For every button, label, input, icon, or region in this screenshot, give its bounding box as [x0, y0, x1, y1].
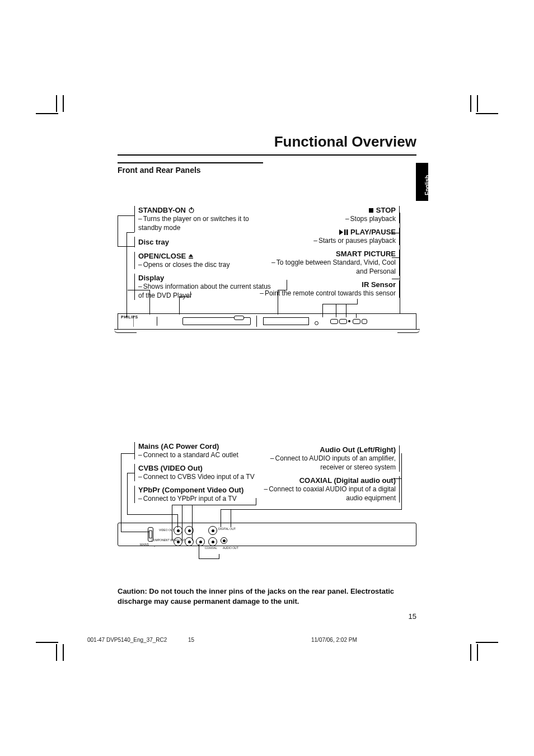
callout-stop: STOP –Stops playback — [260, 206, 400, 223]
ypbpr-desc: Connect to YPbPr input of a TV — [143, 495, 237, 503]
svg-rect-7 — [346, 229, 348, 235]
crop-mark — [36, 113, 58, 114]
eject-icon — [188, 253, 194, 259]
leader-line — [118, 246, 134, 247]
open-close-desc: Opens or closes the disc tray — [143, 261, 230, 269]
leader-line — [127, 232, 134, 233]
jack-label-coaxial: COAXIAL — [205, 546, 217, 550]
crop-mark — [470, 95, 471, 112]
callout-play-pause: PLAY/PAUSE –Starts or pauses playback — [260, 228, 400, 245]
play-pause-desc: Starts or pauses playback — [318, 237, 396, 245]
leader-line — [127, 473, 134, 473]
callout-coaxial: COAXIAL (Digital audio out) –Connect to … — [260, 476, 400, 503]
ir-sensor-desc: Point the remote control towards this se… — [265, 289, 396, 297]
leader-line — [287, 280, 287, 290]
crop-mark — [36, 642, 58, 643]
footer-filename: 001-47 DVP5140_Eng_37_RC2 — [87, 637, 167, 643]
open-close-label: OPEN/CLOSE — [138, 252, 186, 260]
leader-line — [127, 232, 127, 317]
leader-line — [394, 478, 401, 479]
coaxial-desc: Connect to coaxial AUDIO input of a digi… — [269, 485, 396, 502]
mains-label: Mains (AC Power Cord) — [138, 442, 274, 450]
leader-line — [278, 290, 287, 290]
crop-mark — [476, 642, 498, 643]
front-panel-diagram: PHILIPS — [118, 310, 416, 332]
leader-line — [190, 292, 191, 297]
svg-marker-2 — [189, 254, 193, 257]
leader-line — [401, 453, 402, 509]
callout-disc-tray: Disc tray — [134, 237, 274, 247]
jack-label-video-out: VIDEO OUT — [159, 528, 172, 532]
coaxial-label: COAXIAL (Digital audio out) — [260, 476, 396, 485]
stop-label: STOP — [376, 206, 396, 214]
display-desc: Shows information about the current stat… — [138, 283, 271, 299]
leader-line — [357, 299, 358, 304]
audio-out-label: Audio Out (Left/Right) — [260, 445, 396, 454]
caution-text: Caution: Do not touch the inner pins of … — [118, 586, 416, 606]
display-label: Display — [138, 274, 274, 282]
standby-label: STANDBY-ON — [138, 206, 186, 214]
rear-panel-diagram: MAINS 〜 VIDEO OUT COMPONENT VIDEO OUT DI… — [118, 519, 416, 551]
crop-mark — [56, 95, 57, 112]
jack-label-component: COMPONENT VIDEO OUT — [151, 538, 172, 542]
page-title: Functional Overview — [118, 133, 416, 151]
section-heading: Front and Rear Panels — [118, 162, 263, 175]
leader-line — [392, 257, 400, 258]
language-tab: English — [416, 163, 428, 201]
page-number: 15 — [409, 612, 416, 621]
leader-line — [172, 505, 256, 505]
leader-line — [392, 279, 400, 279]
svg-rect-6 — [344, 229, 346, 235]
stop-icon — [368, 208, 374, 213]
leader-line — [127, 473, 128, 514]
callout-smart-picture: SMART PICTURE –To toggle between Standar… — [260, 250, 400, 276]
brand-logo: PHILIPS — [121, 315, 138, 319]
crop-mark — [470, 644, 471, 661]
leader-line — [121, 453, 134, 454]
jack-label-audio-out: AUDIO OUT — [223, 546, 238, 550]
cvbs-label: CVBS (VIDEO Out) — [138, 464, 274, 472]
callout-audio-out: Audio Out (Left/Right) –Connect to AUDIO… — [260, 445, 400, 472]
leader-line — [400, 213, 400, 313]
svg-marker-5 — [339, 229, 343, 235]
language-tab-label: English — [424, 175, 430, 195]
callout-ypbpr: YPbPr (Component Video Out) –Connect to … — [134, 486, 274, 503]
ir-sensor-label: IR Sensor — [260, 280, 396, 289]
play-pause-label: PLAY/PAUSE — [350, 228, 396, 236]
crop-mark — [476, 113, 498, 114]
smart-picture-label: SMART PICTURE — [260, 250, 396, 258]
footer-page: 15 — [188, 637, 194, 643]
callout-mains: Mains (AC Power Cord) –Connect to a stan… — [134, 442, 274, 459]
disc-tray-label: Disc tray — [138, 238, 274, 246]
crop-mark — [477, 95, 478, 112]
leader-line — [392, 233, 400, 233]
leader-line — [322, 304, 357, 304]
jack-label-mains: MAINS — [140, 543, 149, 546]
smart-picture-desc: To toggle between Standard, Vivid, Cool … — [277, 259, 396, 275]
crop-mark — [63, 95, 64, 112]
crop-mark — [477, 644, 478, 661]
callout-ir-sensor: IR Sensor –Point the remote control towa… — [260, 280, 400, 298]
jack-label-digital: DIGITAL OUT — [218, 527, 236, 530]
leader-line — [118, 215, 118, 246]
leader-line — [221, 509, 402, 510]
callout-display: Display –Shows information about the cur… — [134, 274, 274, 300]
audio-out-desc: Connect to AUDIO inputs of an amplifier,… — [275, 454, 396, 471]
leader-line — [118, 215, 134, 216]
leader-line — [128, 290, 149, 290]
leader-line — [256, 498, 256, 505]
play-pause-icon — [339, 229, 348, 235]
crop-mark — [63, 644, 64, 661]
crop-mark — [56, 644, 57, 661]
power-icon — [188, 206, 195, 213]
svg-rect-4 — [369, 208, 373, 213]
callout-cvbs: CVBS (VIDEO Out) –Connect to CVBS Video … — [134, 464, 274, 481]
ypbpr-label: YPbPr (Component Video Out) — [138, 486, 274, 494]
leader-line — [127, 514, 177, 515]
title-rule — [118, 154, 416, 156]
leader-line — [219, 554, 219, 559]
mains-desc: Connect to a standard AC outlet — [143, 451, 238, 459]
leader-line — [179, 297, 190, 297]
callout-open-close: OPEN/CLOSE –Opens or closes the disc tra… — [134, 252, 274, 269]
footer-timestamp: 11/07/06, 2:02 PM — [311, 637, 357, 643]
